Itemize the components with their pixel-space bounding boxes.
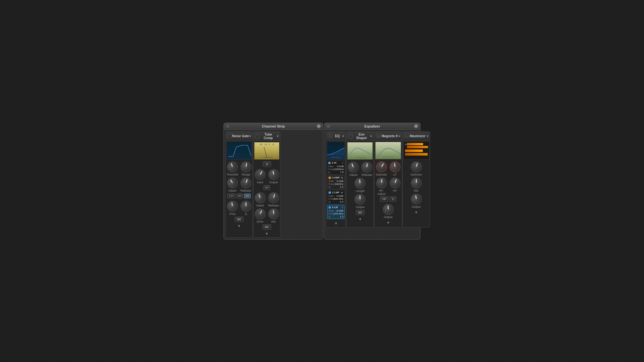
lf-knob[interactable] bbox=[389, 160, 401, 173]
threshold-knob[interactable] bbox=[225, 160, 240, 174]
eq-plugin-arrow[interactable]: ▾ bbox=[342, 134, 344, 138]
maximizer-output-knob[interactable] bbox=[410, 193, 422, 205]
lst-button[interactable]: LST bbox=[227, 194, 235, 198]
maximizer-bottom-arrow[interactable]: ▾ bbox=[415, 210, 417, 215]
tube-comp-knobs-row2: Attack Release bbox=[253, 191, 280, 207]
window-diamond-button[interactable] bbox=[317, 124, 321, 128]
range-label: Range bbox=[242, 173, 251, 176]
window-close-button[interactable] bbox=[226, 125, 230, 128]
env-shaper-panel: ⌒ Env Shaper ▾ ✦ steinberg Attac bbox=[346, 131, 374, 227]
eq-window-diamond[interactable] bbox=[414, 124, 418, 128]
ng-sc-button[interactable]: SC bbox=[235, 217, 243, 222]
magneto-knobs-row2: HF-Adjust HF bbox=[374, 176, 402, 195]
band-1lo-shape[interactable]: ▿ bbox=[342, 206, 343, 209]
es-release-knob[interactable] bbox=[361, 161, 373, 173]
tube-comp-arrow[interactable]: ▾ bbox=[277, 134, 279, 138]
saturate-knob[interactable] bbox=[374, 159, 389, 174]
band-2lmf-enable-dot[interactable] bbox=[328, 191, 331, 194]
band-1lo-enable-dot[interactable] bbox=[328, 206, 331, 209]
band-1lo-freq-label: Freq bbox=[328, 212, 334, 215]
env-shaper-arrow[interactable]: ▾ bbox=[370, 134, 372, 138]
band-2lmf-gain-label: Gain bbox=[328, 195, 334, 197]
band-3hmf-label[interactable]: 3 HMF bbox=[332, 176, 340, 179]
hf-toggle-button[interactable]: HF bbox=[380, 196, 388, 202]
maximizer-knobs-row2: Mix bbox=[410, 176, 423, 192]
tc-attack-knob[interactable] bbox=[253, 191, 267, 205]
band-3hmf-enable-dot[interactable] bbox=[328, 176, 331, 179]
maximizer-arrow[interactable]: ▾ bbox=[427, 134, 428, 138]
es-sc-button[interactable]: SC bbox=[356, 210, 365, 215]
ar-button-ng[interactable]: AR bbox=[244, 194, 251, 198]
magneto-name: Magneto II bbox=[381, 134, 398, 138]
ng-q-knob[interactable] bbox=[241, 201, 251, 212]
optimize-knob[interactable] bbox=[410, 160, 423, 174]
tc-input-label: Input bbox=[257, 181, 263, 184]
band-2lmf-shape[interactable]: ≋ bbox=[341, 191, 343, 194]
noise-gate-header: ⌒ Noise Gate ▾ bbox=[226, 132, 252, 141]
release-knob-container-tc: Release bbox=[268, 192, 279, 207]
noise-gate-toggle[interactable]: ⌒ bbox=[227, 134, 232, 138]
band-2lmf-q-label: Q bbox=[328, 200, 330, 203]
magneto-output-knob[interactable] bbox=[382, 203, 394, 215]
ng-release-knob[interactable] bbox=[239, 176, 253, 190]
tc-sc-button[interactable]: SC bbox=[262, 224, 271, 230]
threshold-label: Threshld bbox=[227, 173, 238, 176]
equalizer-title: Equalizer bbox=[365, 124, 380, 128]
bypass-button-tc[interactable]: ⊘ bbox=[263, 161, 271, 167]
es-bottom-arrow[interactable]: ▾ bbox=[359, 216, 361, 222]
hf-main-knob[interactable] bbox=[388, 176, 402, 190]
hf-adjust-knob[interactable] bbox=[375, 177, 387, 189]
env-shaper-toggle[interactable]: ⌒ bbox=[348, 134, 353, 138]
attack-knob-container-ng: Attack bbox=[227, 177, 238, 192]
ng-release-label: Release bbox=[241, 189, 251, 192]
env-shaper-header: ⌒ Env Shaper ▾ bbox=[346, 132, 374, 141]
band-3hmf-shape[interactable]: ≋ bbox=[341, 176, 343, 179]
tube-comp-toggle[interactable]: ⌒ bbox=[255, 134, 260, 138]
maximizer-toggle[interactable]: ∿ bbox=[404, 134, 409, 138]
tc-drive-knob[interactable] bbox=[253, 206, 267, 221]
tc-release-knob[interactable] bbox=[267, 191, 280, 205]
eq-bottom-arrow[interactable]: ▾ bbox=[335, 221, 337, 226]
es-length-container: Length bbox=[355, 178, 365, 193]
magneto-arrow[interactable]: ▾ bbox=[399, 134, 400, 138]
equalizer-window: Equalizer ∿ EQ ▾ ✦ bbox=[324, 123, 421, 240]
es-length-knob[interactable] bbox=[354, 177, 366, 189]
channel-strip-window: Channel Strip ⌒ Noise Gate ▾ bbox=[223, 123, 323, 240]
vu-scale: -20-100+3 bbox=[260, 143, 274, 145]
threshold-knob-container: Threshld bbox=[227, 161, 238, 176]
band-4hi-shape[interactable]: ▿ bbox=[342, 161, 344, 165]
ar-button-tc[interactable]: AR bbox=[263, 185, 270, 190]
magneto-toggle[interactable]: ⊙ bbox=[376, 134, 381, 138]
band-4hi-enable-dot[interactable] bbox=[328, 162, 331, 164]
band-4hi-label[interactable]: 4 HI bbox=[332, 161, 336, 164]
steinberg-label-eq: ✦ steinberg bbox=[331, 154, 341, 158]
ng-bottom-arrow[interactable]: ▾ bbox=[238, 223, 240, 228]
tc-bottom-arrow[interactable]: ▾ bbox=[266, 231, 268, 236]
magneto-knobs-row1: Saturate LF bbox=[374, 160, 402, 176]
maximizer-mix-knob[interactable] bbox=[411, 177, 422, 188]
tc-output-knob[interactable] bbox=[267, 168, 280, 181]
ng-freq-knob[interactable] bbox=[226, 200, 239, 212]
tc-input-knob[interactable] bbox=[252, 167, 267, 182]
af-button[interactable]: AF bbox=[236, 194, 243, 198]
magneto-bottom-arrow[interactable]: ▾ bbox=[387, 220, 389, 225]
range-knob[interactable] bbox=[240, 160, 252, 173]
band-2lmf-freq-label: Freq bbox=[328, 197, 334, 200]
es-attack-container: Attack bbox=[348, 162, 359, 176]
noise-gate-knobs-row2: Attack Release bbox=[226, 176, 253, 192]
noise-gate-knobs-row1: Threshld Range bbox=[225, 160, 253, 176]
eq-plugin-toggle[interactable]: ∿ bbox=[328, 134, 332, 138]
noise-gate-arrow[interactable]: ▾ bbox=[249, 134, 251, 138]
band-2lmf-label[interactable]: 2 LMF bbox=[332, 191, 339, 194]
band-2lmf-freq-val: 800.0Hz bbox=[334, 197, 344, 200]
band-1lo-label[interactable]: 1 LO bbox=[332, 206, 338, 209]
equalizer-window-close[interactable] bbox=[327, 125, 330, 128]
es-output-knob[interactable] bbox=[355, 194, 365, 205]
optimize-label: Optimize bbox=[411, 173, 422, 176]
env-shaper-knobs-row2: Length bbox=[353, 176, 367, 193]
steinberg-label-es: ✦ steinberg bbox=[354, 156, 366, 159]
tc-mix-knob[interactable] bbox=[268, 208, 279, 220]
es-attack-knob[interactable] bbox=[346, 160, 361, 174]
s-button[interactable]: S bbox=[390, 196, 396, 202]
ng-attack-knob[interactable] bbox=[225, 175, 240, 190]
